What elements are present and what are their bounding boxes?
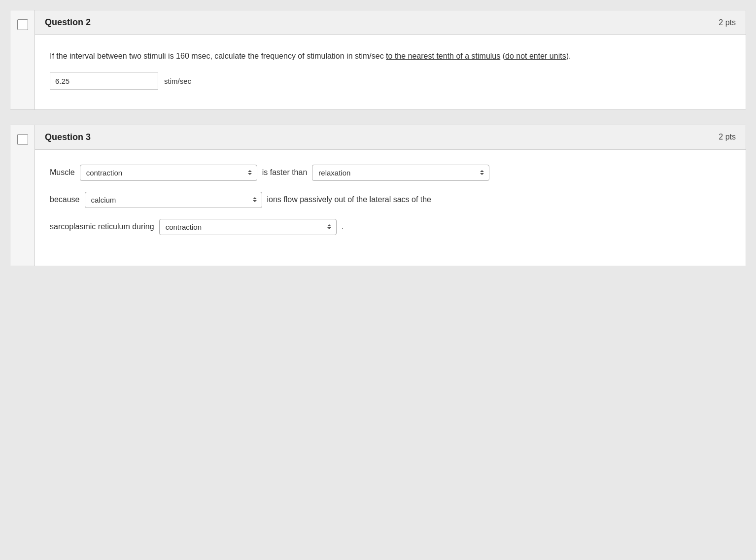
question-3-content: Question 3 2 pts Muscle contraction rela… [35, 125, 746, 266]
q3-select-calcium[interactable]: calcium sodium potassium [85, 192, 262, 208]
q3-row2-prefix: because [50, 195, 80, 204]
q3-row3: sarcoplasmic reticulum during contractio… [50, 219, 731, 235]
question-3-flag [10, 125, 35, 266]
question-2-flag [10, 10, 35, 109]
q3-select-relaxation[interactable]: contraction relaxation [312, 165, 489, 181]
q3-row2: because calcium sodium potassium ions fl… [50, 192, 731, 208]
q3-select-contraction2[interactable]: contraction relaxation [159, 219, 337, 235]
flag-checkbox-2[interactable] [17, 19, 28, 30]
q3-select-contraction[interactable]: contraction relaxation [80, 165, 257, 181]
answer-input-q2[interactable] [50, 72, 158, 90]
question-3-body: Muscle contraction relaxation is faster … [35, 150, 746, 266]
question-2-answer-row: stim/sec [50, 72, 731, 90]
question-2-header: Question 2 2 pts [35, 10, 746, 35]
q3-row1: Muscle contraction relaxation is faster … [50, 165, 731, 181]
question-2-body: If the interval between two stimuli is 1… [35, 35, 746, 109]
question-2-text: If the interval between two stimuli is 1… [50, 50, 731, 63]
q3-row2-suffix: ions flow passively out of the lateral s… [267, 195, 432, 204]
question-2-content: Question 2 2 pts If the interval between… [35, 10, 746, 109]
question-2-title: Question 2 [45, 17, 91, 28]
q3-row1-prefix: Muscle [50, 168, 75, 177]
q3-row3-prefix: sarcoplasmic reticulum during [50, 222, 154, 231]
question-3-block: Question 3 2 pts Muscle contraction rela… [10, 125, 746, 266]
answer-unit-q2: stim/sec [164, 77, 191, 85]
flag-checkbox-3[interactable] [17, 134, 28, 145]
q3-row1-middle: is faster than [262, 168, 308, 177]
q3-row3-period: . [342, 222, 344, 231]
question-2-points: 2 pts [719, 18, 736, 27]
question-3-title: Question 3 [45, 132, 91, 142]
question-2-block: Question 2 2 pts If the interval between… [10, 10, 746, 110]
question-3-points: 2 pts [719, 133, 736, 141]
question-3-header: Question 3 2 pts [35, 125, 746, 150]
